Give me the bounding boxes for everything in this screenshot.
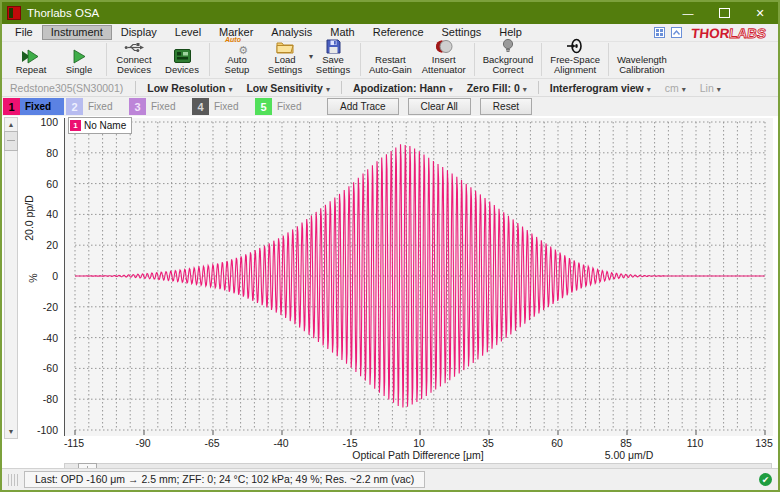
free-space-alignment-button[interactable]: Free-Space Alignment bbox=[545, 43, 605, 76]
interferogram-plot[interactable] bbox=[64, 118, 773, 436]
dropdown-caret-icon: ▾ bbox=[326, 85, 330, 94]
menu-settings[interactable]: Settings bbox=[433, 25, 491, 40]
collapse-panel-icon[interactable] bbox=[671, 27, 682, 38]
trace-tab-2[interactable]: 2Fixed bbox=[66, 98, 127, 115]
legend-color-swatch: 1 bbox=[70, 120, 81, 131]
x-tick-label: 110 bbox=[678, 437, 712, 449]
load-settings-button[interactable]: Load Settings▾ bbox=[261, 43, 309, 76]
toolbar-button-label: Connect Devices bbox=[116, 55, 151, 75]
x-axis-ticks: -115-90-65-40-1510356085110135 bbox=[64, 437, 772, 449]
interferogram-view-dropdown[interactable]: Interferogram view▾ bbox=[550, 82, 651, 94]
x-tick-label: -115 bbox=[57, 437, 91, 449]
vertical-scroll-track[interactable] bbox=[5, 151, 17, 425]
maximize-icon bbox=[719, 8, 730, 18]
dropdown-caret-icon: ▾ bbox=[647, 85, 651, 94]
wavelength-calibration-button[interactable]: Wavelength Calibration bbox=[612, 43, 672, 76]
svg-text:LABS: LABS bbox=[728, 26, 766, 40]
add-trace-button[interactable]: Add Trace bbox=[327, 98, 399, 115]
dropdown-caret-icon: ▾ bbox=[228, 85, 232, 94]
menu-level[interactable]: Level bbox=[166, 25, 210, 40]
background-correct-button[interactable]: Background Correct bbox=[478, 43, 539, 76]
toolbar-group: Auto⚙Auto SetupLoad Settings▾Save Settin… bbox=[209, 43, 360, 76]
scroll-up-arrow-icon[interactable]: ▲ bbox=[5, 118, 17, 131]
toolbar-group: RepeatSingle bbox=[4, 43, 106, 76]
menu-file[interactable]: File bbox=[6, 25, 42, 40]
toolbar-group: Restart Auto-GainInsert Attenuator bbox=[360, 43, 474, 76]
menu-bar: FileInstrumentDisplayLevelMarkerAnalysis… bbox=[2, 24, 778, 42]
save-icon bbox=[326, 39, 341, 54]
usb-icon bbox=[124, 41, 145, 54]
x-tick-label: -40 bbox=[264, 437, 298, 449]
low-resolution-dropdown[interactable]: Low Resolution▾ bbox=[147, 82, 232, 94]
toolbar-group: Free-Space Alignment bbox=[541, 43, 608, 76]
trace-tabs-bar: 1Fixed2Fixed3Fixed4Fixed5FixedAdd TraceC… bbox=[2, 97, 778, 116]
svg-text:THOR: THOR bbox=[690, 26, 730, 40]
low-sensitivity-dropdown[interactable]: Low Sensitivity▾ bbox=[246, 82, 329, 94]
trace-color-swatch: 2 bbox=[66, 98, 83, 115]
vertical-scrollbar[interactable]: ▲ ▼ bbox=[4, 117, 18, 439]
x-tick-label: 35 bbox=[471, 437, 505, 449]
x-tick-label: 60 bbox=[540, 437, 574, 449]
trace-tab-4[interactable]: 4Fixed bbox=[192, 98, 253, 115]
y-tick-label: 20 bbox=[28, 239, 58, 251]
trace-tab-label: Fixed bbox=[146, 98, 190, 115]
y-tick-label: -100 bbox=[28, 424, 58, 436]
y-tick-label: -40 bbox=[28, 332, 58, 344]
x-tick-label: -65 bbox=[195, 437, 229, 449]
cm-dropdown[interactable]: cm▾ bbox=[665, 82, 686, 94]
menu-instrument[interactable]: Instrument bbox=[42, 25, 112, 40]
dropdown-caret-icon: ▾ bbox=[682, 85, 686, 94]
vertical-scroll-thumb[interactable] bbox=[4, 131, 18, 151]
trace-tab-label: Fixed bbox=[209, 98, 253, 115]
trace-legend[interactable]: 1 No Name bbox=[68, 117, 132, 134]
y-tick-label: 60 bbox=[28, 178, 58, 190]
y-tick-label: 0 bbox=[28, 270, 58, 282]
device-name-label: Redstone305(SN30001) bbox=[10, 82, 123, 94]
legend-trace-name: No Name bbox=[84, 120, 126, 131]
status-grip bbox=[8, 474, 18, 486]
apodization-hann-dropdown[interactable]: Apodization: Hann▾ bbox=[353, 82, 453, 94]
lin-dropdown[interactable]: Lin▾ bbox=[700, 82, 721, 94]
menu-math[interactable]: Math bbox=[321, 25, 363, 40]
toolbar-button-label: Wavelength Calibration bbox=[617, 55, 667, 75]
y-tick-label: 80 bbox=[28, 147, 58, 159]
x-scale-label: 5.00 μm/D bbox=[569, 449, 689, 461]
toolbar-button-label: Single bbox=[66, 65, 92, 75]
menu-reference[interactable]: Reference bbox=[364, 25, 433, 40]
connect-devices-button[interactable]: Connect Devices bbox=[110, 43, 158, 76]
toolbar-group: Background Correct bbox=[474, 43, 542, 76]
status-ok-icon: ✔ bbox=[759, 473, 772, 486]
dock-layout-icon[interactable] bbox=[654, 27, 665, 38]
trace-tab-5[interactable]: 5Fixed bbox=[255, 98, 316, 115]
trace-tab-label: Fixed bbox=[83, 98, 127, 115]
x-tick-label: 135 bbox=[747, 437, 780, 449]
dropdown-caret-icon: ▾ bbox=[523, 85, 527, 94]
y-tick-label: 40 bbox=[28, 208, 58, 220]
minimize-button[interactable]: — bbox=[670, 2, 706, 24]
scroll-down-arrow-icon[interactable]: ▼ bbox=[5, 425, 17, 438]
single-button[interactable]: Single bbox=[55, 43, 103, 76]
trace-tab-1[interactable]: 1Fixed bbox=[3, 98, 64, 115]
separator bbox=[538, 81, 539, 94]
zero-fill-0-dropdown[interactable]: Zero Fill: 0▾ bbox=[467, 82, 527, 94]
main-toolbar: RepeatSingleConnect DevicesDevicesAuto⚙A… bbox=[2, 42, 778, 79]
y-tick-label: -80 bbox=[28, 393, 58, 405]
toolbar-group: Connect DevicesDevices bbox=[106, 43, 209, 76]
auto-setup-button[interactable]: Auto⚙Auto Setup bbox=[213, 43, 261, 76]
trace-tab-3[interactable]: 3Fixed bbox=[129, 98, 190, 115]
devices-button[interactable]: Devices bbox=[158, 43, 206, 76]
clear-all-button[interactable]: Clear All bbox=[408, 98, 471, 115]
separator bbox=[341, 81, 342, 94]
menu-display[interactable]: Display bbox=[112, 25, 166, 40]
close-button[interactable]: ✕ bbox=[742, 2, 778, 24]
restart-auto-gain-button[interactable]: Restart Auto-Gain bbox=[364, 43, 417, 76]
reset-button[interactable]: Reset bbox=[480, 98, 532, 115]
status-bar: Last: OPD -160 μm → 2.5 mm; ZFF: 0; 24 °… bbox=[2, 468, 778, 490]
insert-attenuator-button[interactable]: Insert Attenuator bbox=[417, 43, 471, 76]
trace-color-swatch: 5 bbox=[255, 98, 272, 115]
repeat-button[interactable]: Repeat bbox=[7, 43, 55, 76]
menu-analysis[interactable]: Analysis bbox=[262, 25, 321, 40]
maximize-button[interactable] bbox=[706, 2, 742, 24]
trace-tab-label: Fixed bbox=[20, 98, 64, 115]
save-settings-button[interactable]: Save Settings bbox=[309, 43, 357, 76]
